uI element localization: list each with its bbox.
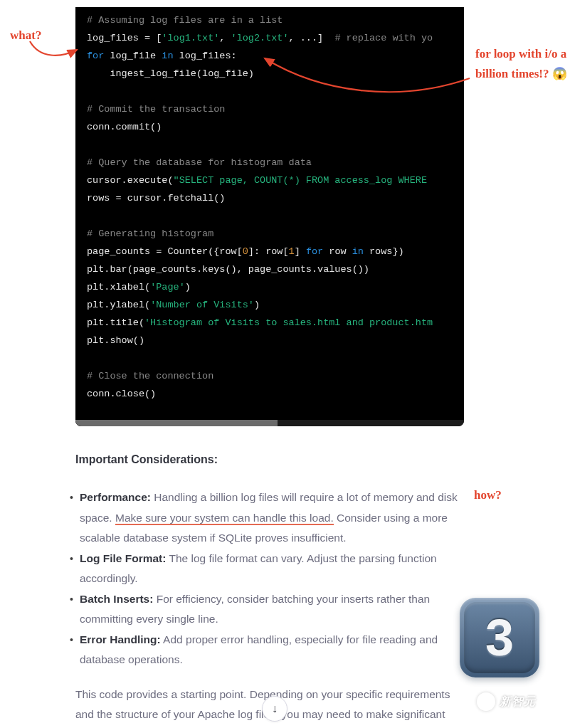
underlined-text: Make sure your system can handle this lo… [115, 512, 334, 525]
code-comment: # Assuming log files are in a list [87, 15, 283, 26]
code-text: plt.ylabel( [87, 300, 150, 310]
code-text: ) [254, 300, 260, 310]
code-text: log_file [104, 51, 162, 61]
watermark-icon [477, 692, 495, 711]
code-number: 0 [243, 246, 248, 257]
code-comment: # replace with yo [334, 33, 433, 43]
code-text: rows = cursor.fetchall() [87, 193, 225, 204]
watermark: 新智元 [477, 692, 536, 711]
svg-point-1 [485, 697, 492, 705]
code-horizontal-scrollbar[interactable] [75, 420, 464, 426]
badge-number: 3 [485, 608, 514, 667]
code-text: cursor.execute( [87, 175, 174, 186]
list-item-error-handling: Error Handling: Add proper error handlin… [75, 630, 464, 670]
main-column: # Assuming log files are in a list log_f… [75, 7, 464, 728]
code-text: , [219, 33, 231, 43]
code-comment: # Commit the transaction [87, 104, 225, 115]
code-text: ingest_log_file(log_file) [87, 68, 254, 79]
number-badge: 3 [460, 598, 539, 677]
code-text: ]: row[ [248, 246, 289, 257]
code-string: 'log2.txt' [231, 33, 289, 43]
code-number: 1 [289, 246, 295, 257]
article-section: Important Considerations: Performance: H… [75, 453, 464, 728]
code-keyword: in [162, 51, 173, 61]
item-label: Error Handling: [80, 633, 161, 645]
code-comment: # Close the connection [87, 371, 213, 381]
code-comment: # Query the database for histogram data [87, 157, 312, 168]
code-string: 'Histogram of Visits to sales.html and p… [144, 317, 433, 328]
scroll-down-button[interactable]: ↓ [262, 696, 287, 722]
code-string: 'Number of Visits' [150, 300, 254, 310]
item-label: Performance: [80, 491, 151, 503]
code-block: # Assuming log files are in a list log_f… [75, 7, 464, 426]
list-item-log-format: Log File Format: The log file format can… [75, 549, 464, 589]
code-text: log_files = [ [87, 33, 162, 43]
code-text: plt.title( [87, 317, 144, 328]
code-string: 'Page' [150, 282, 185, 292]
code-text: , ...] [289, 33, 335, 43]
watermark-text: 新智元 [500, 695, 536, 709]
list-item-performance: Performance: Handling a billion log file… [75, 487, 464, 549]
code-content: # Assuming log files are in a list log_f… [75, 7, 464, 420]
considerations-heading: Important Considerations: [75, 453, 464, 466]
code-comment: # Generating histogram [87, 228, 213, 239]
code-text: page_counts = Counter({row[ [87, 246, 243, 257]
code-keyword: for [306, 246, 323, 257]
code-text: plt.bar(page_counts.keys(), page_counts.… [87, 264, 369, 275]
code-keyword: in [352, 246, 364, 257]
code-text: log_files: [174, 51, 237, 61]
code-text: conn.close() [87, 389, 156, 399]
code-text: plt.xlabel( [87, 282, 150, 292]
number-badge-face: 3 [464, 602, 536, 674]
scrollbar-thumb[interactable] [75, 420, 278, 426]
annotation-how: how? [474, 485, 502, 505]
item-label: Batch Inserts: [80, 593, 153, 605]
code-text: ) [185, 282, 191, 292]
code-string: 'log1.txt' [162, 33, 219, 43]
code-text: conn.commit() [87, 122, 162, 132]
considerations-list: Performance: Handling a billion log file… [75, 487, 464, 670]
code-string: "SELECT page, COUNT(*) FROM access_log W… [174, 175, 433, 186]
annotation-what: what? [10, 26, 41, 46]
code-keyword: for [87, 51, 104, 61]
annotation-loop: for loop with i/o a billion times!? 😱 [475, 44, 568, 84]
code-text: plt.show() [87, 335, 144, 346]
arrow-down-icon: ↓ [272, 702, 278, 715]
list-item-batch-inserts: Batch Inserts: For efficiency, consider … [75, 589, 464, 630]
item-label: Log File Format: [80, 552, 166, 564]
code-text: ] [295, 246, 306, 257]
code-text: rows}) [364, 246, 404, 257]
code-text: row [323, 246, 352, 257]
